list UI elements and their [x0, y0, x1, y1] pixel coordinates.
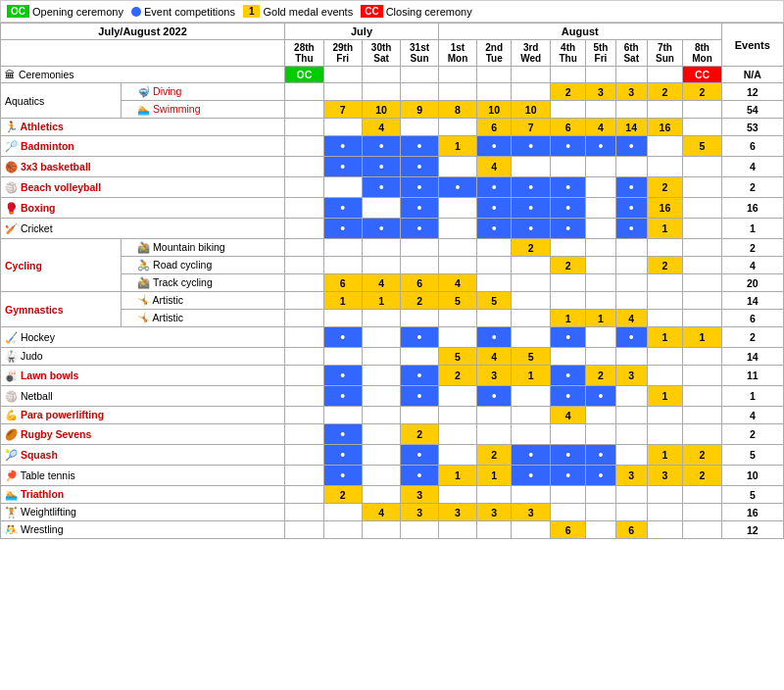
jud-2: 4	[477, 348, 512, 366]
basketball-label: 🏀 3x3 basketball	[1, 157, 285, 177]
cri-3: •	[512, 219, 551, 239]
cri-29: •	[323, 219, 362, 239]
rug-8	[683, 424, 721, 445]
legend-dot: Event competitions	[131, 6, 235, 18]
oc-text: Opening ceremony	[32, 6, 123, 18]
bvb-29	[323, 177, 362, 198]
jud-3: 5	[512, 348, 551, 366]
box-1	[438, 198, 476, 219]
bad-31: •	[401, 136, 439, 157]
rc-31	[401, 257, 439, 274]
hoc-events: 2	[721, 327, 783, 348]
tc-4	[551, 274, 586, 292]
net-3	[512, 386, 551, 407]
cri-events: 1	[721, 219, 783, 239]
bsk-4	[551, 157, 586, 177]
mtb-29	[323, 239, 362, 257]
jud-31	[401, 348, 439, 366]
athletics-row: 🏃 Athletics 4 6 7 6 4 14 16 53	[1, 119, 784, 136]
main-container: OC Opening ceremony Event competitions 1…	[0, 0, 784, 539]
tt-30	[362, 466, 400, 486]
cer-2	[477, 67, 512, 83]
mtb-6	[615, 239, 647, 257]
netball-row: 🏐 Netball • • • • • 1 1	[1, 386, 784, 407]
ga2-8	[683, 310, 721, 327]
sq-7: 1	[647, 445, 683, 466]
pp-1	[438, 407, 476, 424]
date-5: 5thFri	[586, 40, 616, 67]
div-1	[438, 83, 476, 101]
athletics-label: 🏃 Athletics	[1, 119, 285, 136]
date-4: 4thThu	[551, 40, 586, 67]
sq-3: •	[512, 445, 551, 466]
tri-1	[438, 486, 476, 504]
date-2: 2ndTue	[477, 40, 512, 67]
mtnbike-label: 🚵 Mountain biking	[122, 239, 285, 257]
gym-art2-label: 🤸 Artistic	[122, 310, 285, 327]
sq-30	[362, 445, 400, 466]
hockey-row: 🏑 Hockey • • • • • 1 1 2	[1, 327, 784, 348]
wl-events: 16	[721, 504, 783, 521]
ath-3: 7	[512, 119, 551, 136]
wl-3: 3	[512, 504, 551, 521]
tc-29: 6	[323, 274, 362, 292]
mtb-30	[362, 239, 400, 257]
jud-events: 14	[721, 348, 783, 366]
wre-6: 6	[615, 521, 647, 539]
bvb-6: •	[615, 177, 647, 198]
parapow-row: 💪 Para powerlifting 4 4	[1, 407, 784, 424]
wl-1: 3	[438, 504, 476, 521]
bsk-7	[647, 157, 683, 177]
pp-events: 4	[721, 407, 783, 424]
lb-1: 2	[438, 366, 476, 386]
tri-30	[362, 486, 400, 504]
tri-4	[551, 486, 586, 504]
tri-3	[512, 486, 551, 504]
ga1-1: 5	[438, 292, 476, 310]
tri-6	[615, 486, 647, 504]
bsk-5	[586, 157, 616, 177]
bvb-8	[683, 177, 721, 198]
box-3: •	[512, 198, 551, 219]
ga1-31: 2	[401, 292, 439, 310]
box-29: •	[323, 198, 362, 219]
weightlifting-label: 🏋 Weightlifting	[1, 504, 285, 521]
legend-oc: OC Opening ceremony	[7, 5, 123, 18]
jud-4	[551, 348, 586, 366]
bad-4: •	[551, 136, 586, 157]
judo-label: 🥋 Judo	[1, 348, 285, 366]
bvb-4: •	[551, 177, 586, 198]
rc-29	[323, 257, 362, 274]
cer-1	[438, 67, 476, 83]
wre-29	[323, 521, 362, 539]
bvb-3: •	[512, 177, 551, 198]
month-header-row: July/August 2022 July August Events	[1, 24, 784, 40]
wre-3	[512, 521, 551, 539]
tt-2: 1	[477, 466, 512, 486]
bsk-3	[512, 157, 551, 177]
tri-2	[477, 486, 512, 504]
ceremonies-label: 🏛 Ceremonies	[1, 67, 285, 83]
date-31: 31stSun	[401, 40, 439, 67]
rc-4: 2	[551, 257, 586, 274]
jud-1: 5	[438, 348, 476, 366]
jud-29	[323, 348, 362, 366]
bad-1: 1	[438, 136, 476, 157]
date-header-row: 28thThu 29thFri 30thSat 31stSun 1stMon 2…	[1, 40, 784, 67]
ga1-5	[586, 292, 616, 310]
wl-6	[615, 504, 647, 521]
rc-6	[615, 257, 647, 274]
mtb-28	[285, 239, 323, 257]
wl-4	[551, 504, 586, 521]
div-7: 2	[647, 83, 683, 101]
div-28	[285, 83, 323, 101]
div-2	[477, 83, 512, 101]
rug-29: •	[323, 424, 362, 445]
ga2-1	[438, 310, 476, 327]
cricket-label: 🏏 Cricket	[1, 219, 285, 239]
tt-1: 1	[438, 466, 476, 486]
tt-31: •	[401, 466, 439, 486]
rc-7: 2	[647, 257, 683, 274]
sq-5: •	[586, 445, 616, 466]
wl-28	[285, 504, 323, 521]
